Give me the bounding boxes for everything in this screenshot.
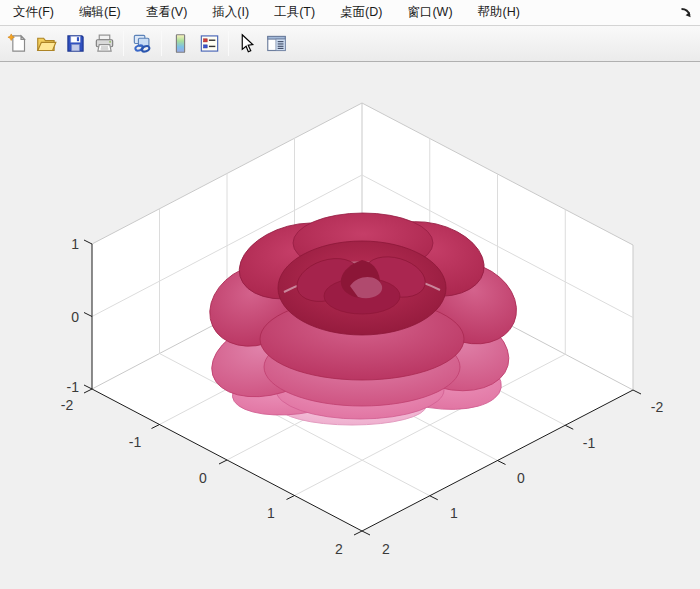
toolbar-separator bbox=[161, 31, 162, 56]
figure-canvas: 1 0 -1 -2 -1 0 1 2 2 1 0 -1 -2 bbox=[0, 62, 700, 589]
x-tick-label: -1 bbox=[129, 434, 142, 450]
menu-insert[interactable]: 插入(I) bbox=[203, 0, 258, 25]
menu-edit[interactable]: 编辑(E) bbox=[70, 0, 130, 25]
menu-help[interactable]: 帮助(H) bbox=[469, 0, 529, 25]
x-tick-label: -2 bbox=[61, 397, 74, 413]
z-tick-label: 1 bbox=[71, 236, 79, 252]
menu-view[interactable]: 查看(V) bbox=[137, 0, 197, 25]
edit-plot-arrow-icon bbox=[237, 33, 258, 54]
y-tick-label: -1 bbox=[583, 435, 596, 451]
menu-file[interactable]: 文件(F) bbox=[4, 0, 63, 25]
show-plot-tools-icon bbox=[266, 33, 287, 54]
toolbar-separator bbox=[123, 31, 124, 56]
x-tick-label: 1 bbox=[267, 505, 275, 521]
new-figure-icon bbox=[7, 33, 28, 54]
z-tick-label: 0 bbox=[71, 309, 79, 325]
link-plot-icon bbox=[132, 33, 153, 54]
matlab-figure-window: 文件(F) 编辑(E) 查看(V) 插入(I) 工具(T) 桌面(D) 窗口(W… bbox=[0, 0, 700, 589]
y-tick-label: -2 bbox=[651, 399, 664, 415]
open-file-icon bbox=[36, 33, 57, 54]
toolbar-separator bbox=[228, 31, 229, 56]
dock-figure-arrow-icon[interactable] bbox=[676, 3, 696, 23]
open-file-button[interactable] bbox=[33, 30, 60, 57]
print-icon bbox=[94, 33, 115, 54]
z-axis-tick-labels: 1 0 -1 bbox=[67, 236, 80, 395]
axes-3d: 1 0 -1 -2 -1 0 1 2 2 1 0 -1 -2 bbox=[0, 62, 700, 589]
new-figure-button[interactable] bbox=[4, 30, 31, 57]
show-plot-tools-button[interactable] bbox=[263, 30, 290, 57]
y-tick-label: 1 bbox=[450, 505, 458, 521]
insert-legend-button[interactable] bbox=[196, 30, 223, 57]
print-button[interactable] bbox=[91, 30, 118, 57]
save-icon bbox=[65, 33, 86, 54]
insert-legend-icon bbox=[199, 33, 220, 54]
insert-colorbar-icon bbox=[170, 33, 191, 54]
edit-plot-button[interactable] bbox=[234, 30, 261, 57]
menu-desktop[interactable]: 桌面(D) bbox=[331, 0, 391, 25]
y-tick-label: 0 bbox=[517, 470, 525, 486]
menu-window[interactable]: 窗口(W) bbox=[398, 0, 461, 25]
z-tick-label: -1 bbox=[67, 379, 80, 395]
menu-tools[interactable]: 工具(T) bbox=[265, 0, 324, 25]
insert-colorbar-button[interactable] bbox=[167, 30, 194, 57]
menu-bar: 文件(F) 编辑(E) 查看(V) 插入(I) 工具(T) 桌面(D) 窗口(W… bbox=[0, 0, 700, 26]
figure-toolbar bbox=[0, 26, 700, 62]
x-tick-label: 0 bbox=[199, 470, 207, 486]
save-button[interactable] bbox=[62, 30, 89, 57]
y-tick-label: 2 bbox=[382, 541, 390, 557]
x-tick-label: 2 bbox=[335, 541, 343, 557]
link-plot-button[interactable] bbox=[129, 30, 156, 57]
